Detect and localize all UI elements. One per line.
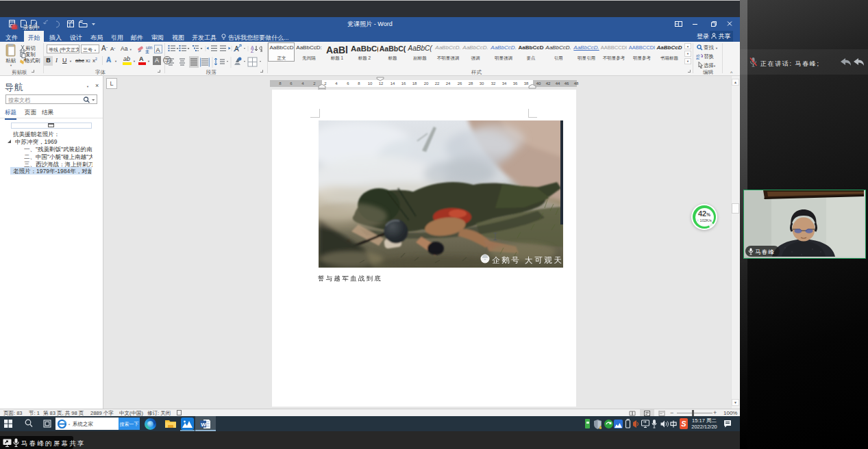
svg-text:uin: uin (146, 45, 152, 50)
svg-text:W: W (201, 422, 206, 428)
svg-text:企鹅号 大可观天下: 企鹅号 大可观天下 (492, 256, 563, 264)
svg-text:ac: ac (696, 56, 700, 60)
svg-text:A: A (156, 47, 160, 53)
svg-text:!: ! (600, 426, 601, 429)
svg-text:Z: Z (251, 49, 254, 53)
